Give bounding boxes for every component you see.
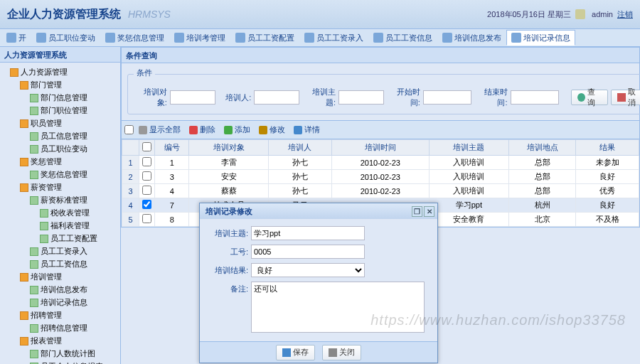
tree-node[interactable]: 培训记录信息 bbox=[30, 296, 120, 309]
tab-icon bbox=[373, 33, 383, 43]
col-header[interactable]: 培训对象 bbox=[189, 140, 269, 156]
row-checkbox[interactable] bbox=[142, 186, 151, 195]
tab-1[interactable]: 员工职位变动 bbox=[31, 30, 100, 46]
user-icon bbox=[575, 9, 585, 19]
lbl-m-remark: 备注: bbox=[207, 282, 251, 294]
tab-7[interactable]: 培训信息发布 bbox=[437, 30, 506, 46]
col-header[interactable]: 结果 bbox=[576, 140, 639, 156]
search-panel-title: 条件查询 bbox=[122, 48, 639, 63]
col-header[interactable]: 培训时间 bbox=[331, 140, 430, 156]
tab-2[interactable]: 奖惩信息管理 bbox=[100, 30, 169, 46]
app-subtitle: HRMSYS bbox=[128, 9, 171, 20]
tool-delete[interactable]: 删除 bbox=[186, 123, 219, 137]
dialog-restore-icon[interactable]: ❐ bbox=[412, 206, 422, 217]
tree-node[interactable]: 薪资管理 bbox=[20, 181, 120, 193]
lbl-m-result: 培训结果: bbox=[207, 263, 251, 276]
tool-modify[interactable]: 修改 bbox=[255, 123, 289, 137]
tree-node[interactable]: 员工个人信息报表 bbox=[30, 360, 120, 364]
tab-icon bbox=[36, 33, 46, 43]
table-row[interactable]: 11李雷孙七2010-02-23入职培训总部未参加 bbox=[122, 156, 639, 170]
tree-node[interactable]: 报表管理 bbox=[20, 334, 120, 347]
search-panel: 条件查询 条件 培训对象: 培训人: 培训主题: 开始时间: 结束时间: 查询 bbox=[121, 47, 640, 121]
inp-m-empno[interactable] bbox=[251, 245, 365, 259]
row-checkbox[interactable] bbox=[142, 157, 151, 166]
tree-node[interactable]: 培训信息发布 bbox=[30, 283, 120, 296]
app-title: 企业人力资源管理系统 bbox=[7, 7, 121, 22]
btn-close[interactable]: 关闭 bbox=[322, 345, 361, 360]
tab-6[interactable]: 员工工资信息 bbox=[368, 30, 437, 46]
tab-3[interactable]: 培训考管理 bbox=[169, 30, 230, 46]
table-row[interactable]: 23安安孙七2010-02-23入职培训总部良好 bbox=[122, 170, 639, 184]
col-header[interactable]: 培训人 bbox=[269, 140, 331, 156]
edit-dialog: 培训记录修改 ❐ ✕ 培训主题: 工号: 培训结果: 良好 备注: 还可以 保存… bbox=[199, 203, 438, 363]
lbl-m-empno: 工号: bbox=[207, 245, 251, 257]
inp-start[interactable] bbox=[423, 90, 471, 105]
dialog-titlebar[interactable]: 培训记录修改 ❐ ✕ bbox=[200, 203, 437, 219]
delete-icon bbox=[189, 126, 198, 134]
tab-icon bbox=[511, 33, 521, 43]
chk-master-all[interactable] bbox=[124, 125, 134, 134]
lbl-m-subject: 培训主题: bbox=[207, 226, 251, 239]
tab-icon bbox=[304, 33, 314, 43]
detail-icon bbox=[294, 126, 302, 134]
tree-node[interactable]: 职员管理 bbox=[20, 117, 120, 129]
txt-m-remark[interactable]: 还可以 bbox=[251, 282, 425, 333]
showall-icon bbox=[139, 126, 147, 134]
tool-add[interactable]: 添加 bbox=[220, 123, 254, 137]
search-icon bbox=[577, 93, 585, 102]
sidebar-title: 人力资源管理系统 bbox=[0, 47, 120, 63]
tree-node[interactable]: 福利表管理 bbox=[40, 219, 120, 232]
tree-node[interactable]: 员工工资录入 bbox=[30, 245, 120, 257]
logout-link[interactable]: 注销 bbox=[617, 9, 633, 20]
tool-detail[interactable]: 详情 bbox=[290, 123, 324, 137]
tab-icon bbox=[235, 33, 245, 43]
tool-showall[interactable]: 显示全部 bbox=[135, 123, 184, 137]
tree-node[interactable]: 员工工资配置 bbox=[40, 232, 120, 245]
chk-header[interactable] bbox=[142, 142, 151, 151]
tree-node[interactable]: 培训管理 bbox=[20, 270, 120, 283]
tab-0[interactable]: 开 bbox=[1, 30, 31, 46]
tree-node[interactable]: 员工信息管理 bbox=[30, 129, 120, 142]
tab-8[interactable]: 培训记录信息 bbox=[506, 30, 575, 46]
search-legend: 条件 bbox=[134, 68, 155, 78]
sel-m-result[interactable]: 良好 bbox=[251, 263, 365, 277]
btn-query[interactable]: 查询 bbox=[571, 90, 609, 105]
col-header[interactable]: 培训主题 bbox=[430, 140, 509, 156]
inp-m-subject[interactable] bbox=[251, 226, 365, 240]
tree-node[interactable]: 人力资源管理 bbox=[10, 65, 120, 78]
tab-icon bbox=[105, 33, 115, 43]
tree-node[interactable]: 员工工资信息 bbox=[30, 257, 120, 270]
lbl-trainer: 培训人: bbox=[218, 92, 252, 103]
col-header[interactable]: 编号 bbox=[155, 140, 189, 156]
tree-node[interactable]: 薪资标准管理 bbox=[30, 193, 120, 206]
lbl-start: 开始时间: bbox=[387, 87, 420, 108]
tree-node[interactable]: 奖惩信息管理 bbox=[30, 168, 120, 181]
tree-node[interactable]: 部门职位管理 bbox=[30, 104, 120, 117]
col-header[interactable]: 培训地点 bbox=[508, 140, 576, 156]
dialog-close-icon[interactable]: ✕ bbox=[424, 206, 434, 217]
inp-trainer[interactable] bbox=[254, 90, 299, 105]
table-row[interactable]: 34蔡蔡孙七2010-02-23入职培训总部优秀 bbox=[122, 184, 639, 198]
tree-node[interactable]: 税收表管理 bbox=[40, 206, 120, 219]
inp-subject[interactable] bbox=[338, 90, 384, 105]
tree-node[interactable]: 部门信息管理 bbox=[30, 91, 120, 104]
tree-node[interactable]: 招聘管理 bbox=[20, 309, 120, 321]
tab-5[interactable]: 员工工资录入 bbox=[299, 30, 368, 46]
inp-target[interactable] bbox=[170, 90, 215, 105]
tree-node[interactable]: 部门人数统计图 bbox=[30, 347, 120, 360]
btn-cancel[interactable]: 取消 bbox=[611, 90, 640, 105]
inp-end[interactable] bbox=[511, 90, 559, 105]
row-checkbox[interactable] bbox=[142, 171, 151, 181]
tab-4[interactable]: 员工工资配置 bbox=[230, 30, 299, 46]
tree-node[interactable]: 奖惩管理 bbox=[20, 155, 120, 168]
tree-node[interactable]: 部门管理 bbox=[20, 78, 120, 91]
modify-icon bbox=[259, 126, 267, 134]
header-right: 2018年05月16日 星期三 admin 注销 bbox=[487, 9, 633, 20]
global-tabbar: 开员工职位变动奖惩信息管理培训考管理员工工资配置员工工资录入员工工资信息培训信息… bbox=[0, 28, 640, 47]
row-checkbox[interactable] bbox=[142, 214, 151, 223]
tree-node[interactable]: 招聘信息管理 bbox=[30, 321, 120, 334]
row-checkbox[interactable] bbox=[142, 200, 151, 209]
tree-node[interactable]: 员工职位变动 bbox=[30, 142, 120, 155]
close-icon bbox=[329, 348, 337, 357]
btn-save[interactable]: 保存 bbox=[276, 345, 315, 360]
